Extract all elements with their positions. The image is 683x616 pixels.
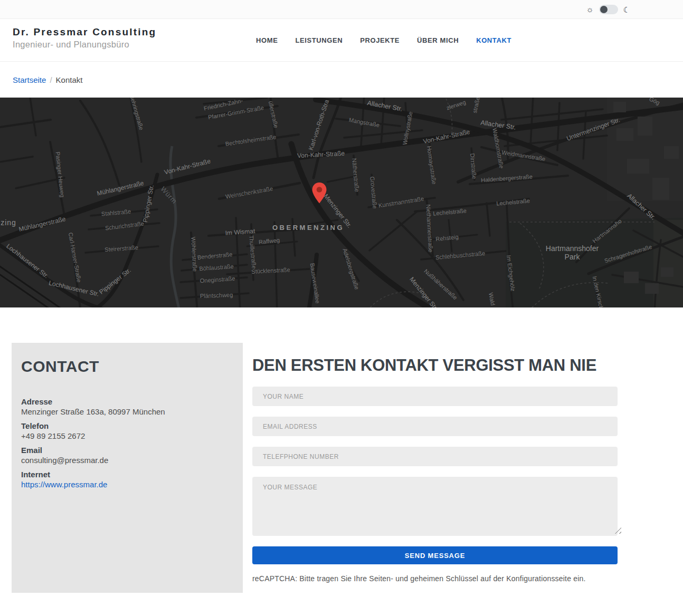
contact-entry-label: Telefon — [21, 421, 233, 431]
contact-entry-label: Email — [21, 445, 233, 455]
contact-entry: Emailconsulting@pressmar.de — [21, 445, 233, 465]
email-address-input[interactable] — [252, 417, 618, 436]
site-subtitle: Ingenieur- und Planungsbüro — [13, 40, 156, 50]
map-street-label: Karl-von-Roth-Stra — [307, 99, 330, 151]
map-street-label: Wald — [488, 292, 496, 306]
map-street-label: Mangstraße — [348, 117, 380, 128]
nav-item--ber-mich[interactable]: ÜBER MICH — [417, 36, 459, 44]
contact-entry-label: Adresse — [21, 397, 233, 407]
map-street-label: Oneginstraße — [200, 275, 235, 284]
map-street-label: zing — [1, 218, 16, 227]
map-street-label: Grovestraße — [369, 176, 378, 209]
contact-entries: AdresseMenzinger Straße 163a, 80997 Münc… — [21, 397, 233, 489]
map-street-label: Adelsbergstraße — [342, 248, 360, 291]
map-street-label: Weinschenkstraße — [225, 185, 273, 200]
moon-icon: ☾ — [623, 6, 630, 14]
map-street-label: Allacher Str. — [480, 119, 517, 131]
map-street-label: Weidmannstraße — [501, 149, 546, 162]
site-header: Dr. Pressmar Consulting Ingenieur- und P… — [0, 19, 683, 62]
contact-form-fields — [252, 387, 618, 536]
map-street-label: üllerstraße — [268, 100, 280, 128]
map-street-label: Bauseweinallee — [309, 263, 321, 304]
top-utility-bar: ☼ ☾ — [0, 0, 683, 19]
theme-toggle-knob[interactable] — [600, 6, 608, 13]
map[interactable]: Friedrich-Zahn-Pfarrer-Grimm-Straßeüller… — [0, 98, 683, 307]
map-street-label: Schragenhofstraße — [604, 244, 653, 264]
map-street-label: zlerweg — [445, 99, 467, 111]
map-street-label: Park — [565, 253, 580, 261]
your-name-input[interactable] — [252, 387, 618, 406]
map-street-label: Steirerstraße — [105, 244, 138, 253]
map-street-label: Lochhausener Str. — [5, 242, 50, 280]
map-street-label: Stücklenstraße — [251, 266, 290, 275]
breadcrumb-current: Kontakt — [56, 75, 83, 84]
map-street-label: Stahlstraße — [101, 208, 131, 217]
map-street-label: Benderstraße — [197, 251, 232, 261]
breadcrumb-home-link[interactable]: Startseite — [13, 75, 46, 84]
nav-item-kontakt[interactable]: KONTAKT — [476, 36, 511, 44]
telephone-number-input[interactable] — [252, 447, 618, 466]
map-street-label: Waldhornstraße — [491, 128, 505, 169]
breadcrumb-separator: / — [50, 75, 52, 84]
nav-item-home[interactable]: HOME — [256, 36, 278, 44]
map-street-label: Wöhlerstraße — [190, 237, 198, 272]
theme-toggle[interactable] — [599, 5, 618, 14]
map-street-label: In den Kirsch — [591, 275, 604, 307]
contact-info-panel: CONTACT AdresseMenzinger Straße 163a, 80… — [12, 343, 243, 593]
map-street-label: Hartmannshofer — [546, 244, 599, 253]
map-street-label: Allacher Str. — [367, 99, 403, 112]
map-street-label: Im Eichgehölz — [506, 255, 516, 292]
map-street-label: Böhlaustraße — [199, 263, 234, 272]
contact-entry-value: Menzinger Straße 163a, 80997 München — [21, 407, 233, 417]
sun-icon: ☼ — [586, 5, 594, 14]
map-street-label: Lechelstraße — [496, 197, 530, 206]
map-street-label: Carl-Hanser-Straße — [68, 232, 82, 283]
contact-form-heading: DEN ERSTEN KONTAKT VERGISST MAN NIE — [252, 357, 618, 374]
contact-section: CONTACT AdresseMenzinger Straße 163a, 80… — [12, 343, 671, 593]
nav-item-projekte[interactable]: PROJEKTE — [360, 36, 400, 44]
map-street-label: Pasinger Heuweg — [54, 151, 65, 198]
map-street-label: Würm — [159, 185, 178, 206]
send-message-button[interactable]: SEND MESSAGE — [252, 546, 618, 564]
message-field-wrap — [252, 477, 618, 536]
contact-panel-title: CONTACT — [21, 358, 233, 376]
contact-entry: Internethttps://www.pressmar.de — [21, 469, 233, 489]
map-street-label: Lochhausener Str. — [48, 279, 100, 298]
map-labels: Friedrich-Zahn-Pfarrer-Grimm-Straßeüller… — [0, 98, 683, 307]
recaptcha-note: reCAPTCHA: Bitte tragen Sie Ihre Seiten-… — [252, 574, 618, 583]
map-street-label: Rehsteig — [435, 234, 459, 242]
map-street-label: Allacher Str. — [625, 192, 657, 221]
map-street-label: Lechelstraße — [433, 207, 467, 216]
map-street-label: Dirrstraße — [469, 153, 478, 179]
contact-entry-label: Internet — [21, 469, 233, 479]
contact-entry: Telefon+49 89 2155 2672 — [21, 421, 233, 441]
main-nav: HOMELEISTUNGENPROJEKTEÜBER MICHKONTAKT — [256, 19, 511, 62]
map-street-label: Hormayrstraße — [426, 146, 438, 185]
map-street-label: Schlehbuschstraße — [435, 250, 486, 261]
contact-form: DEN ERSTEN KONTAKT VERGISST MAN NIE SEND… — [252, 343, 618, 583]
map-street-label: Mühlangerstraße — [96, 179, 145, 197]
nav-item-leistungen[interactable]: LEISTUNGEN — [295, 36, 343, 44]
contact-entry-value: consulting@pressmar.de — [21, 455, 233, 465]
map-street-label: Bechtolsheimstraße — [225, 133, 277, 147]
map-street-label: Pippinger Str. — [141, 184, 155, 223]
site-logo[interactable]: Dr. Pressmar Consulting Ingenieur- und P… — [13, 26, 156, 50]
map-street-label: Schurichstraße — [105, 220, 145, 232]
your-message-textarea[interactable] — [252, 477, 618, 536]
map-street-label: Mühlangerstraße — [18, 215, 67, 233]
map-street-label: Wollnystraße — [402, 111, 414, 145]
map-pin[interactable] — [310, 182, 328, 204]
map-street-label: Untermenzinger Str. — [565, 116, 621, 142]
map-street-label: Raffweg — [258, 237, 280, 245]
contact-entry-value[interactable]: https://www.pressmar.de — [21, 479, 233, 489]
map-street-label: Von-Kahr-Straße — [297, 150, 345, 160]
contact-entry: AdresseMenzinger Straße 163a, 80997 Münc… — [21, 397, 233, 417]
map-street-label: Pippinger Str. — [98, 266, 132, 295]
map-street-label: Behringstraße — [129, 98, 145, 131]
map-street-label: Haldenbergerstraße — [481, 174, 533, 184]
contact-entry-value: +49 89 2155 2672 — [21, 431, 233, 441]
map-street-label: Thuillestraße — [248, 235, 257, 269]
map-street-label: Von-Kahr-Straße — [164, 157, 212, 176]
site-title: Dr. Pressmar Consulting — [13, 26, 156, 38]
map-street-label: Von-Kahr-Straße — [423, 128, 471, 145]
